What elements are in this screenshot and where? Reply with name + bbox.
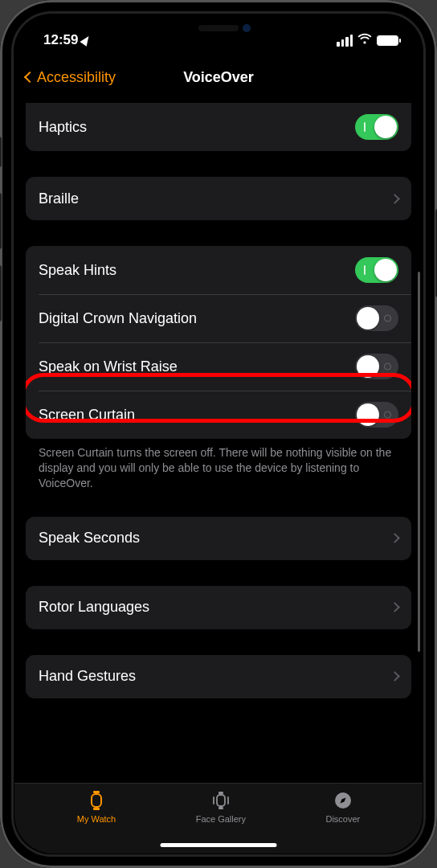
row-wrist-raise[interactable]: Speak on Wrist Raise (26, 342, 411, 391)
scroll-indicator[interactable] (418, 272, 420, 652)
toggle-digital-crown[interactable] (355, 305, 398, 331)
home-indicator[interactable] (161, 843, 277, 847)
row-speak-seconds[interactable]: Speak Seconds (26, 517, 411, 560)
chevron-right-icon (390, 194, 400, 204)
compass-icon (332, 790, 354, 811)
row-label: Digital Crown Navigation (39, 310, 355, 327)
svg-rect-4 (218, 792, 223, 794)
chevron-right-icon (390, 602, 400, 612)
settings-group: Speak Hints Digital Crown Navigation Spe… (26, 246, 411, 439)
svg-rect-3 (217, 795, 225, 806)
svg-rect-1 (93, 791, 100, 793)
row-label: Speak Seconds (39, 530, 391, 547)
nav-bar: Accessibility VoiceOver (14, 58, 423, 96)
chevron-left-icon (24, 72, 35, 83)
toggle-wrist-raise[interactable] (355, 354, 398, 379)
toggle-screen-curtain[interactable] (355, 402, 398, 428)
location-icon (80, 34, 92, 47)
row-haptics[interactable]: Haptics (26, 103, 411, 151)
tab-discover[interactable]: Discover (325, 790, 360, 834)
row-braille[interactable]: Braille (26, 177, 411, 220)
row-label: Haptics (39, 119, 355, 136)
screen: 12:59 Accessibility VoiceOver (14, 14, 423, 854)
svg-rect-0 (92, 794, 101, 807)
status-time: 12:59 (43, 32, 78, 48)
settings-group: Rotor Languages (26, 586, 411, 629)
svg-rect-2 (93, 808, 100, 810)
side-button (0, 193, 2, 249)
tab-label: Face Gallery (196, 814, 246, 824)
settings-group: Hand Gestures (26, 655, 411, 698)
tab-label: Discover (325, 814, 360, 824)
page-title: VoiceOver (183, 69, 254, 86)
back-label: Accessibility (37, 69, 116, 86)
row-label: Speak Hints (39, 262, 355, 279)
tab-face-gallery[interactable]: Face Gallery (196, 790, 246, 834)
tab-label: My Watch (77, 814, 116, 824)
settings-group: Braille (26, 177, 411, 220)
watch-icon (85, 790, 108, 811)
back-button[interactable]: Accessibility (26, 69, 116, 86)
svg-rect-5 (218, 807, 223, 809)
row-speak-hints[interactable]: Speak Hints (26, 246, 411, 294)
side-button (0, 265, 2, 321)
row-label: Screen Curtain (39, 407, 355, 424)
chevron-right-icon (390, 671, 400, 682)
tab-my-watch[interactable]: My Watch (77, 790, 116, 834)
cellular-icon (337, 35, 353, 47)
settings-group: Speak Seconds (26, 517, 411, 560)
row-digital-crown[interactable]: Digital Crown Navigation (26, 294, 411, 342)
settings-group: Haptics (26, 103, 411, 151)
toggle-haptics[interactable] (355, 114, 398, 140)
face-gallery-icon (210, 790, 232, 811)
row-label: Speak on Wrist Raise (39, 358, 355, 375)
row-hand-gestures[interactable]: Hand Gestures (26, 655, 411, 698)
wifi-icon (357, 32, 372, 48)
row-rotor-languages[interactable]: Rotor Languages (26, 586, 411, 629)
side-button (0, 137, 2, 167)
notch (130, 14, 307, 42)
row-label: Hand Gestures (39, 668, 391, 685)
phone-frame: 12:59 Accessibility VoiceOver (0, 0, 437, 868)
battery-icon (377, 35, 398, 46)
row-label: Rotor Languages (39, 599, 391, 616)
chevron-right-icon (390, 533, 400, 543)
row-label: Braille (39, 190, 391, 207)
toggle-speak-hints[interactable] (355, 257, 398, 283)
row-screen-curtain[interactable]: Screen Curtain (26, 391, 411, 439)
footnote-screen-curtain: Screen Curtain turns the screen off. The… (26, 439, 411, 491)
